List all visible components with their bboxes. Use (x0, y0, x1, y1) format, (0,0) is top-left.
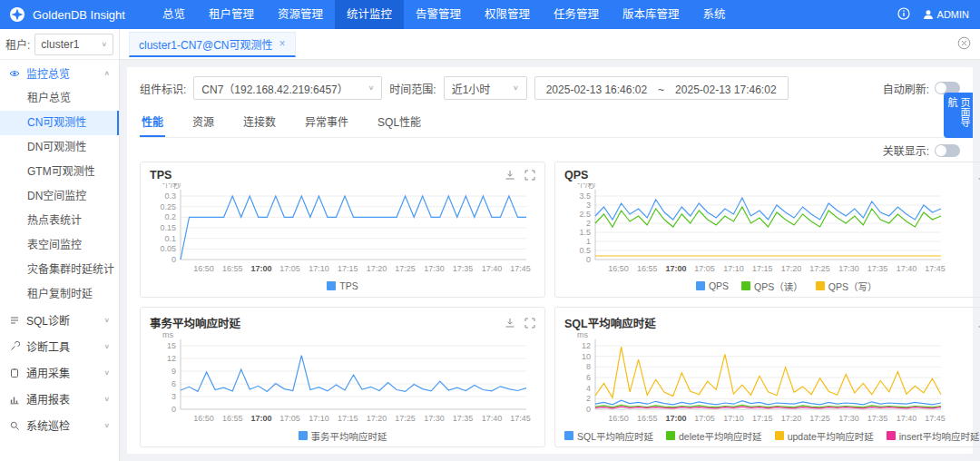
chart-canvas[interactable]: 03691215ms16:5016:5517:0017:0517:1017:15… (150, 333, 535, 427)
sidebar-item-dn-observability[interactable]: DN可观测性 (0, 135, 119, 160)
svg-text:17:30: 17:30 (424, 264, 445, 273)
sidebar-section-monitor-overview[interactable]: 监控总览 ∧ (0, 60, 119, 86)
svg-text:6: 6 (172, 379, 176, 388)
svg-text:17:00: 17:00 (250, 264, 271, 273)
tab-performance[interactable]: 性能 (140, 107, 165, 137)
chart-canvas[interactable]: 00.050.10.150.20.250.3个/秒16:5016:5517:00… (150, 183, 535, 278)
svg-text:17:10: 17:10 (309, 264, 329, 273)
clipboard-icon (9, 368, 20, 378)
svg-text:16:50: 16:50 (608, 414, 629, 423)
legend-item[interactable]: update平均响应时延 (775, 429, 874, 443)
svg-text:17:45: 17:45 (925, 414, 946, 423)
sidebar-item-dn-space-monitor[interactable]: DN空间监控 (0, 184, 119, 209)
relation-display-toggle[interactable] (935, 144, 960, 157)
nav-item-tenant-mgmt[interactable]: 租户管理 (197, 0, 266, 29)
chevron-down-icon: ∨ (103, 422, 110, 429)
sidebar-section-diagnostic-tools[interactable]: 诊断工具 ∨ (0, 333, 119, 359)
svg-text:17:10: 17:10 (309, 414, 329, 423)
nav-item-overview[interactable]: 总览 (151, 0, 197, 29)
nav-item-resource-mgmt[interactable]: 资源管理 (266, 0, 335, 29)
sidebar-section-system-inspection[interactable]: 系统巡检 ∨ (0, 412, 119, 438)
tab-close-icon[interactable]: × (279, 37, 286, 50)
svg-text:17:25: 17:25 (395, 414, 416, 423)
tab-resource[interactable]: 资源 (191, 107, 216, 137)
sidebar-item-tablespace-monitor[interactable]: 表空间监控 (0, 233, 119, 258)
legend-item[interactable]: QPS（读） (741, 280, 803, 293)
nav-item-stats-monitor[interactable]: 统计监控 (335, 0, 404, 29)
svg-text:17:40: 17:40 (482, 264, 503, 273)
chart-canvas[interactable]: 024681012ms16:5016:5517:0017:0517:1017:1… (564, 333, 980, 427)
sidebar-item-tenant-replication-latency[interactable]: 租户复制时延 (0, 282, 119, 307)
main-nav: 总览 租户管理 资源管理 统计监控 告警管理 权限管理 任务管理 版本库管理 系… (151, 0, 738, 29)
legend-item[interactable]: insert平均响应时延 (887, 429, 980, 443)
svg-text:17:35: 17:35 (453, 264, 474, 273)
tab-cn-observability[interactable]: cluster1-CN7@CN可观测性 × (129, 32, 296, 57)
nav-item-version-repo[interactable]: 版本库管理 (611, 0, 691, 29)
fullscreen-icon[interactable] (524, 318, 535, 329)
tab-sql-performance[interactable]: SQL性能 (376, 107, 423, 137)
date-range-input[interactable]: 2025-02-13 16:46:02 ~ 2025-02-13 17:46:0… (534, 76, 789, 100)
sidebar-item-hot-table-stats[interactable]: 热点表统计 (0, 209, 119, 233)
sidebar-item-gtm-observability[interactable]: GTM可观测性 (0, 160, 119, 184)
chevron-down-icon: ∨ (103, 369, 110, 377)
sidebar-item-cn-observability[interactable]: CN可观测性 (0, 111, 119, 135)
user-menu[interactable]: ADMIN (923, 9, 969, 20)
svg-text:17:05: 17:05 (279, 414, 300, 423)
metric-tabs: 性能 资源 连接数 异常事件 SQL性能 (140, 107, 960, 138)
close-all-tabs-icon[interactable] (957, 36, 971, 53)
nav-item-task-mgmt[interactable]: 任务管理 (542, 0, 611, 29)
nav-item-system[interactable]: 系统 (691, 0, 738, 29)
sidebar-item-dr-cluster-latency[interactable]: 灾备集群时延统计 (0, 258, 119, 282)
svg-text:17:15: 17:15 (752, 414, 773, 423)
tenant-value: cluster1 (41, 38, 79, 51)
chart-legend: QPSQPS（读）QPS（写） (564, 278, 980, 294)
download-icon[interactable] (505, 170, 515, 181)
tenant-label: 租户: (5, 36, 30, 52)
download-icon[interactable] (505, 318, 515, 329)
svg-text:12: 12 (582, 341, 591, 350)
svg-text:16:50: 16:50 (193, 414, 214, 423)
chart-title: 事务平均响应时延 (150, 314, 240, 331)
section-label: 通用采集 (26, 365, 70, 380)
sidebar-section-general-report[interactable]: 通用报表 ∨ (0, 386, 119, 412)
sidebar-section-sql-diagnosis[interactable]: SQL诊断 ∨ (0, 307, 119, 333)
tab-connections[interactable]: 连接数 (241, 107, 278, 137)
svg-text:9: 9 (172, 367, 176, 376)
svg-text:17:10: 17:10 (723, 414, 744, 423)
tenant-select[interactable]: cluster1 ∨ (34, 34, 113, 55)
svg-text:17:00: 17:00 (665, 264, 686, 273)
legend-item[interactable]: QPS (696, 280, 729, 291)
time-range-select[interactable]: 近1小时 ∨ (444, 76, 527, 100)
legend-item[interactable]: delete平均响应时延 (666, 429, 762, 443)
sidebar: 租户: cluster1 ∨ 监控总览 ∧ 租户总览 CN可观测性 DN可观测性… (0, 29, 120, 461)
qps-chart-panel: QPS 00.511.522.533.5个/秒16:5016:5517:0017… (554, 162, 980, 298)
chevron-down-icon: ∨ (101, 41, 107, 48)
legend-item[interactable]: TPS (327, 280, 358, 291)
legend-item[interactable]: 事务平均响应时延 (299, 429, 387, 443)
nav-item-alert-mgmt[interactable]: 告警管理 (404, 0, 473, 29)
info-icon[interactable] (897, 7, 910, 23)
chart-legend: TPS (150, 278, 535, 294)
eye-icon (9, 68, 20, 79)
fullscreen-icon[interactable] (524, 170, 535, 181)
sidebar-item-tenant-overview[interactable]: 租户总览 (0, 86, 119, 111)
svg-text:0: 0 (586, 255, 591, 264)
tab-abnormal-events[interactable]: 异常事件 (303, 107, 350, 137)
svg-text:17:20: 17:20 (367, 414, 387, 423)
svg-text:17:40: 17:40 (897, 414, 917, 423)
nav-item-permission-mgmt[interactable]: 权限管理 (473, 0, 542, 29)
component-select[interactable]: CN7（192.168.42.219:6457） ∨ (193, 76, 382, 100)
svg-text:16:50: 16:50 (193, 264, 214, 273)
svg-text:个/秒: 个/秒 (162, 183, 181, 190)
svg-text:16:55: 16:55 (222, 414, 243, 423)
legend-item[interactable]: SQL平均响应时延 (564, 429, 653, 443)
legend-item[interactable]: QPS（写） (816, 280, 877, 293)
svg-text:17:40: 17:40 (482, 414, 503, 423)
svg-text:2: 2 (586, 394, 591, 403)
page-nav-tab[interactable]: 页面导航 (944, 93, 973, 138)
chevron-up-icon: ∧ (103, 70, 110, 77)
svg-text:17:30: 17:30 (424, 414, 445, 423)
chart-canvas[interactable]: 00.511.522.533.5个/秒16:5016:5517:0017:051… (564, 183, 980, 278)
svg-text:12: 12 (167, 354, 176, 363)
sidebar-section-general-collection[interactable]: 通用采集 ∨ (0, 359, 119, 386)
